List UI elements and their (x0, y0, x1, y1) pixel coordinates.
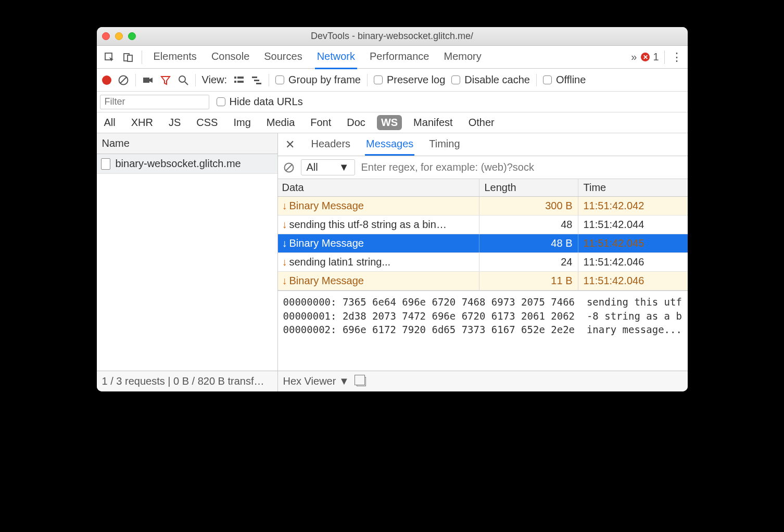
message-row[interactable]: ↓Binary Message48 B11:51:42.045 (278, 234, 688, 253)
type-all[interactable]: All (100, 115, 120, 130)
type-js[interactable]: JS (165, 115, 185, 130)
message-time: 11:51:42.045 (578, 234, 688, 252)
type-font[interactable]: Font (306, 115, 335, 130)
network-toolbar: View: Group by frame Preserve log Disabl… (97, 69, 688, 92)
camera-icon[interactable] (142, 74, 154, 86)
tabs-overflow-icon[interactable]: » (629, 46, 639, 68)
separator (664, 50, 665, 64)
svg-rect-5 (143, 78, 149, 83)
status-bar: 1 / 3 requests | 0 B / 820 B transf… Hex… (97, 371, 688, 391)
messages-table: Data Length Time ↓Binary Message300 B11:… (278, 179, 688, 290)
svg-line-4 (120, 77, 127, 83)
error-badge[interactable]: ✕ 1 (641, 51, 659, 63)
arrow-down-icon: ↓ (282, 275, 287, 287)
kebab-menu-icon[interactable]: ⋮ (670, 50, 684, 64)
svg-rect-10 (234, 81, 236, 83)
type-doc[interactable]: Doc (343, 115, 370, 130)
tab-sources[interactable]: Sources (262, 45, 304, 69)
copy-icon[interactable] (357, 377, 366, 386)
svg-rect-2 (128, 55, 132, 61)
type-filters: AllXHRJSCSSImgMediaFontDocWSManifestOthe… (97, 112, 688, 133)
panel-tabs: ElementsConsoleSourcesNetworkPerformance… (97, 46, 688, 69)
inspect-icon[interactable] (101, 49, 118, 66)
requests-header: Name (97, 133, 277, 154)
disable-cache-checkbox[interactable]: Disable cache (451, 74, 530, 86)
col-data[interactable]: Data (278, 179, 479, 196)
hex-dump: 00000000: 7365 6e64 696e 6720 7468 6973 … (278, 290, 688, 371)
svg-rect-12 (252, 77, 257, 78)
chevron-down-icon: ▼ (339, 161, 349, 173)
type-img[interactable]: Img (229, 115, 255, 130)
type-manifest[interactable]: Manifest (409, 115, 457, 130)
svg-point-6 (179, 76, 185, 82)
col-time[interactable]: Time (578, 179, 688, 196)
message-length: 24 (479, 253, 578, 271)
group-by-frame-checkbox[interactable]: Group by frame (275, 74, 361, 86)
search-icon[interactable] (178, 74, 189, 86)
record-icon[interactable] (102, 75, 111, 85)
minimize-icon[interactable] (115, 32, 123, 40)
message-text: Binary Message (289, 200, 364, 212)
type-xhr[interactable]: XHR (127, 115, 157, 130)
message-text: Binary Message (289, 237, 364, 249)
preserve-log-checkbox[interactable]: Preserve log (374, 74, 445, 86)
titlebar: DevTools - binary-websocket.glitch.me/ (97, 27, 688, 46)
close-detail-icon[interactable]: ✕ (283, 138, 297, 151)
message-row[interactable]: ↓sending this utf-8 string as a bin…4811… (278, 216, 688, 234)
svg-line-7 (185, 82, 188, 85)
subtab-headers[interactable]: Headers (310, 134, 352, 155)
message-row[interactable]: ↓Binary Message11 B11:51:42.046 (278, 272, 688, 290)
zoom-icon[interactable] (128, 32, 136, 40)
subtab-timing[interactable]: Timing (428, 134, 461, 155)
message-length: 48 B (479, 234, 578, 252)
hex-viewer-select[interactable]: Hex Viewer ▼ (283, 375, 349, 387)
message-time: 11:51:42.046 (578, 253, 688, 271)
filter-icon[interactable] (160, 74, 171, 86)
request-row[interactable]: binary-websocket.glitch.me (97, 154, 277, 174)
filter-input[interactable] (100, 95, 209, 109)
message-text: sending this utf-8 string as a bin… (289, 219, 447, 231)
message-time: 11:51:42.044 (578, 216, 688, 234)
tab-console[interactable]: Console (209, 45, 251, 69)
detail-pane: ✕ HeadersMessagesTiming All ▼ Data Lengt… (278, 133, 688, 371)
error-icon: ✕ (641, 53, 650, 61)
error-count: 1 (653, 51, 659, 63)
type-other[interactable]: Other (464, 115, 499, 130)
large-rows-icon[interactable] (233, 74, 245, 86)
traffic-lights (102, 32, 136, 40)
svg-rect-11 (237, 81, 244, 83)
waterfall-icon[interactable] (251, 74, 262, 86)
clear-messages-icon[interactable] (283, 162, 295, 173)
tab-network[interactable]: Network (315, 45, 357, 69)
svg-rect-9 (237, 77, 244, 79)
type-css[interactable]: CSS (192, 115, 222, 130)
hide-data-urls-checkbox[interactable]: Hide data URLs (217, 96, 303, 108)
window-title: DevTools - binary-websocket.glitch.me/ (97, 31, 688, 42)
devtools-window: DevTools - binary-websocket.glitch.me/ E… (97, 27, 688, 391)
close-icon[interactable] (102, 32, 110, 40)
message-type-select[interactable]: All ▼ (301, 159, 355, 175)
message-text: sending latin1 string... (289, 256, 391, 268)
tab-performance[interactable]: Performance (368, 45, 432, 69)
type-ws[interactable]: WS (377, 115, 402, 130)
tab-elements[interactable]: Elements (151, 45, 199, 69)
tab-memory[interactable]: Memory (442, 45, 484, 69)
message-regex-input[interactable] (361, 161, 682, 173)
arrow-down-icon: ↓ (282, 200, 287, 212)
message-time: 11:51:42.046 (578, 272, 688, 290)
message-row[interactable]: ↓Binary Message300 B11:51:42.042 (278, 197, 688, 216)
type-media[interactable]: Media (262, 115, 299, 130)
arrow-down-icon: ↓ (282, 256, 287, 268)
offline-checkbox[interactable]: Offline (543, 74, 586, 86)
detail-tabs: ✕ HeadersMessagesTiming (278, 133, 688, 156)
device-toolbar-icon[interactable] (120, 49, 136, 66)
message-filter-bar: All ▼ (278, 156, 688, 179)
clear-icon[interactable] (118, 74, 129, 86)
arrow-down-icon: ↓ (282, 237, 287, 249)
svg-rect-14 (256, 83, 261, 84)
subtab-messages[interactable]: Messages (365, 134, 414, 156)
col-length[interactable]: Length (479, 179, 578, 196)
request-name: binary-websocket.glitch.me (116, 158, 241, 170)
message-length: 300 B (479, 197, 578, 215)
message-row[interactable]: ↓sending latin1 string...2411:51:42.046 (278, 253, 688, 272)
